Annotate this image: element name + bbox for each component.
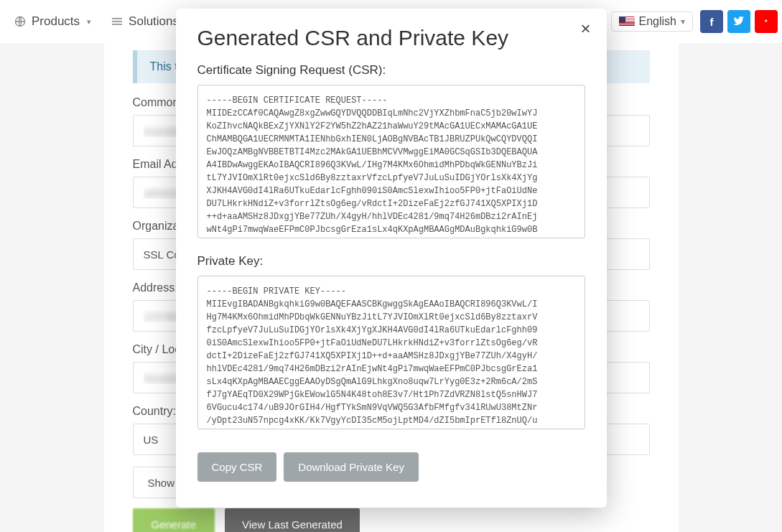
csr-label: Certificate Signing Request (CSR): bbox=[197, 63, 585, 78]
modal-overlay: × Generated CSR and Private Key Certific… bbox=[0, 0, 782, 532]
download-pk-button[interactable]: Download Private Key bbox=[284, 452, 419, 482]
private-key-textarea[interactable] bbox=[197, 276, 585, 429]
close-icon: × bbox=[580, 19, 590, 38]
csr-textarea[interactable] bbox=[197, 85, 585, 238]
copy-csr-label: Copy CSR bbox=[212, 461, 263, 473]
modal-title: Generated CSR and Private Key bbox=[197, 26, 585, 50]
csr-modal: × Generated CSR and Private Key Certific… bbox=[176, 9, 607, 508]
download-pk-label: Download Private Key bbox=[298, 461, 404, 473]
close-button[interactable]: × bbox=[580, 20, 590, 37]
copy-csr-button[interactable]: Copy CSR bbox=[197, 452, 277, 482]
private-key-label: Private Key: bbox=[197, 254, 585, 269]
